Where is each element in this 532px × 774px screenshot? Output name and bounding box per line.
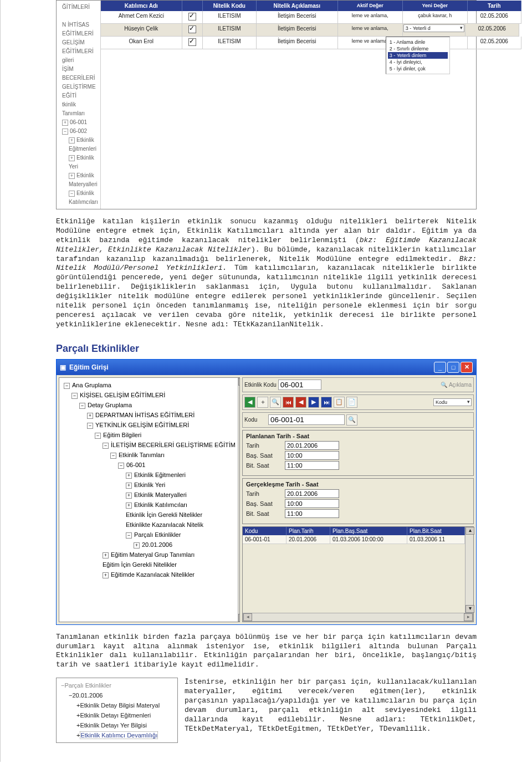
kodu-lookup-button[interactable]: 🔍 [346,414,357,426]
paste-button[interactable]: 📄 [346,397,357,408]
close-button[interactable]: ✕ [461,362,473,373]
maximize-button[interactable]: □ [447,362,459,373]
tree-node[interactable]: Eğitim Bilgileri [103,432,141,438]
tree-node[interactable]: DEPARTMAN İHTİSAS EĞİTİMLERİ [95,412,195,418]
horizontal-scrollbar[interactable]: ◂▸ [59,622,239,622]
tree-node[interactable]: Etkinlik Yeri [134,481,165,488]
tree-node[interactable]: KİŞİSEL GELİŞİM EĞİTİMLERİ [80,392,165,398]
real-bit-input[interactable] [285,509,339,518]
aciklama-label: Açıklama [449,382,472,388]
egitim-window: ▣Eğitim Girişi _ □ ✕ −Ana Gruplama −KİŞİ… [56,359,477,625]
grid-row[interactable]: Ahmet Cem KeziciILETISIMİletişim Beceris… [101,11,521,24]
minimize-button[interactable]: _ [434,362,446,373]
add-button[interactable]: ＋ [257,397,268,408]
check-icon[interactable] [188,25,196,33]
tree-node[interactable]: 20.01.2006 [72,692,103,699]
grid-row[interactable]: 06-001-0120.01.200601.03.2006 10:00:0001… [243,535,465,544]
back-button[interactable]: ◀ [244,397,255,408]
grid-row[interactable]: Hüseyin ÇelikILETISIMİletişim Becerisile… [101,24,521,37]
vertical-scrollbar[interactable]: ▴▾ [238,378,240,622]
dropdown-item[interactable]: 1 - Anlama dinle [388,39,448,45]
plan-bas-input[interactable] [285,451,339,460]
tree-node[interactable]: Parçalı Etkinlikler [64,682,111,689]
fieldset-title: Planlanan Tarih - Saat [246,433,470,439]
grid-header: KoduPlan.TarihPlan.Baş.SaatPlan.Bit.Saat [243,527,465,535]
check-icon[interactable] [188,13,196,20]
detail-grid: KoduPlan.TarihPlan.Baş.SaatPlan.Bit.Saat… [242,526,474,622]
dropdown-item[interactable]: 2 - Sınırlı dinleme [388,45,448,52]
tree-node[interactable]: Etkinlikte Kazanılacak Nitelik [126,521,203,528]
tree-node[interactable]: Ana Gruplama [72,382,111,388]
nitelik-grid: Katılımcı AdıNitelik KoduNitelik Açıklam… [101,1,521,209]
dropdown-options[interactable]: 1 - Anlama dinle 2 - Sınırlı dinleme 3 -… [386,37,450,74]
fieldset-title: Gerçekleşme Tarih - Saat [246,481,470,488]
tree-node[interactable]: Etkinlik Eğitmenleri [134,471,186,478]
yeni-deger-dropdown[interactable]: 3 - Yeterli d [403,24,464,32]
tree-node[interactable]: Eğitim İçin Gerekli Nitelikler [103,561,177,568]
nitelik-screenshot: ĞİTİMLERİ N İHTİSAS EĞİTİMLERİ GELİŞİM E… [56,0,477,209]
real-bas-input[interactable] [285,499,339,508]
kodu-row: Kodu 🔍 [242,412,474,428]
grid-header: Katılımcı AdıNitelik KoduNitelik Açıklam… [101,1,521,11]
planlanan-fieldset: Planlanan Tarih - Saat Tarih Baş. Saat B… [242,430,474,476]
tree-node[interactable]: Etkinlik İçin Gerekli Nitelikler [126,511,202,518]
window-title: Eğitim Girişi [69,363,109,371]
search-button[interactable]: 🔍 [270,397,281,408]
tree-node[interactable]: Etkinlik Detay Bilgisi Materyal [80,702,160,709]
body-paragraph: Tanımlanan etkinlik birden fazla parçaya… [56,633,477,670]
etkinlik-kodu-input[interactable] [278,380,321,390]
horizontal-scrollbar[interactable]: ◂▸ [243,613,473,622]
tree-node[interactable]: 06-001 [126,462,145,468]
kodu-dropdown[interactable]: Kodu [433,398,472,406]
kodu-input[interactable] [268,414,345,425]
tree-node[interactable]: Detay Gruplama [88,402,132,408]
tree-node[interactable]: Etkinlik Detayı Eğitmenleri [80,712,151,719]
tree-node[interactable]: Etkinlik Detayı Yer Bilgisi [80,722,146,729]
tree-node[interactable]: YETKİNLİK GELİŞİM EĞİTİMLERİ [95,422,189,428]
grid-row[interactable]: Okan ErolILETISIMİletişim Becerisileme v… [101,37,521,49]
first-button[interactable]: ⏮ [283,397,294,408]
section-heading: Parçalı Etkinlikler [56,343,477,355]
parcali-tree: −Parçalı Etkinlikler −20.01.2006 +Etkinl… [56,678,178,743]
plan-tarih-input[interactable] [285,441,339,450]
check-icon[interactable] [188,38,196,46]
plan-bit-input[interactable] [285,461,339,470]
tree-panel: −Ana Gruplama −KİŞİSEL GELİŞİM EĞİTİMLER… [59,377,240,622]
tree-node[interactable]: Etkinlik Tanımları [119,452,165,458]
body-paragraph: Etkinliğe katılan kişilerin etkinlik son… [56,217,477,330]
window-titlebar[interactable]: ▣Eğitim Girişi _ □ ✕ [57,360,476,375]
left-tree: ĞİTİMLERİ N İHTİSAS EĞİTİMLERİ GELİŞİM E… [57,1,101,209]
dropdown-item[interactable]: 4 - İyi dinleyici, [388,59,448,65]
dropdown-item[interactable]: 5 - İyi dinler, çok [388,65,448,72]
lookup-icon[interactable]: 🔍 [441,382,447,388]
gerceklesme-fieldset: Gerçekleşme Tarih - Saat Tarih Baş. Saat… [242,478,474,524]
kodu-label: Kodu [244,417,267,423]
dropdown-item[interactable]: 3 - Yeterli dinlem [388,52,448,59]
tree-node[interactable]: 20.01.2006 [142,541,172,548]
tree-node[interactable]: Parçalı Etkinlikler [134,531,181,538]
tree-node[interactable]: Eğitim Materyal Grup Tanımları [111,551,195,558]
tree-node[interactable]: Eğitimde Kazanılacak Nitelikler [111,571,195,578]
tree-node-selected[interactable]: Etkinlik Katılımcı Devamlılığı [80,731,158,739]
detail-toolbar: Etkinlik Kodu 🔍 Açıklama [242,377,474,392]
vertical-scrollbar[interactable]: ▴▾ [465,527,473,613]
tree-node[interactable]: Etkinlik Katılımcıları [134,501,187,508]
last-button[interactable]: ⏭ [321,397,332,408]
copy-button[interactable]: 📋 [334,397,345,408]
nav-toolbar: ◀ ＋ 🔍 ⏮ ◀ ▶ ⏭ 📋 📄 Kodu [242,394,474,410]
prev-button[interactable]: ◀ [295,397,306,408]
etkinlik-kodu-label: Etkinlik Kodu [244,382,277,388]
tree-node[interactable]: İLETİŞİM BECERİLERİ GELİŞTİRME EĞİTİM [111,442,236,448]
tree-node[interactable]: Etkinlik Materyalleri [134,491,187,498]
next-button[interactable]: ▶ [308,397,319,408]
real-tarih-input[interactable] [285,489,339,498]
